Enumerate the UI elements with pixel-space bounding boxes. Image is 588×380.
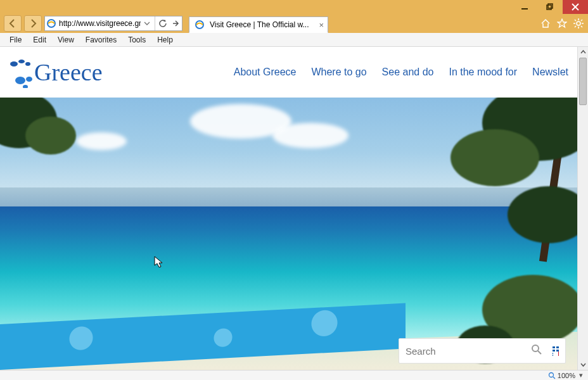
scroll-up-button[interactable] <box>578 47 588 58</box>
scroll-track[interactable] <box>578 58 588 359</box>
search-input[interactable] <box>406 346 526 357</box>
arrow-right-icon <box>28 18 38 28</box>
nav-about-greece[interactable]: About Greece <box>234 66 297 78</box>
window-restore-button[interactable] <box>537 0 563 14</box>
restore-icon <box>546 3 554 11</box>
favorites-button[interactable] <box>556 18 568 29</box>
site-logo[interactable]: Greece <box>9 56 103 88</box>
menu-view[interactable]: View <box>52 34 80 46</box>
status-bar: 100% ▾ <box>0 370 588 380</box>
menu-tools[interactable]: Tools <box>122 34 151 46</box>
svg-line-25 <box>553 377 555 379</box>
menu-file[interactable]: File <box>4 34 27 46</box>
refresh-icon <box>158 19 167 28</box>
nav-newsletter[interactable]: Newslet <box>532 66 568 78</box>
svg-line-15 <box>581 20 582 21</box>
primary-nav: About Greece Where to go See and do In t… <box>234 66 568 78</box>
menu-edit[interactable]: Edit <box>27 34 52 46</box>
ie-favicon-icon <box>46 18 56 28</box>
svg-point-18 <box>25 62 30 66</box>
zoom-indicator[interactable]: 100% <box>548 372 575 379</box>
nav-in-the-mood-for[interactable]: In the mood for <box>449 66 517 78</box>
content-viewport: Greece About Greece Where to go See and … <box>0 47 588 370</box>
window-titlebar <box>0 0 588 14</box>
browser-menubar: File Edit View Favorites Tools Help <box>0 33 588 47</box>
gear-icon <box>573 18 584 28</box>
tools-button[interactable] <box>573 18 584 29</box>
browser-toolbar: http://www.visitgreece.gr/ Visit Greece … <box>0 14 588 33</box>
scroll-down-button[interactable] <box>578 359 588 370</box>
browser-tab-active[interactable]: Visit Greece | The Official w... × <box>189 16 328 33</box>
logo-text: Greece <box>34 58 103 86</box>
scroll-thumb[interactable] <box>579 58 587 105</box>
minimize-icon <box>521 3 528 11</box>
svg-rect-2 <box>548 4 553 8</box>
tab-close-button[interactable]: × <box>319 20 324 30</box>
svg-point-20 <box>26 77 32 82</box>
url-text[interactable]: http://www.visitgreece.gr/ <box>58 19 141 28</box>
window-close-button[interactable] <box>563 0 588 14</box>
nav-see-and-do[interactable]: See and do <box>382 66 434 78</box>
tab-title: Visit Greece | The Official w... <box>210 20 309 29</box>
svg-point-17 <box>18 60 25 63</box>
svg-line-14 <box>575 26 576 27</box>
svg-point-21 <box>23 85 28 88</box>
svg-point-7 <box>577 22 580 25</box>
search-panel <box>399 338 566 364</box>
close-icon <box>572 3 579 11</box>
webpage: Greece About Greece Where to go See and … <box>0 47 577 370</box>
arrow-left-icon <box>8 18 18 28</box>
window-minimize-button[interactable] <box>512 0 537 14</box>
home-button[interactable] <box>540 18 551 29</box>
menu-favorites[interactable]: Favorites <box>80 34 122 46</box>
svg-point-16 <box>10 61 18 66</box>
forward-button[interactable] <box>24 15 42 32</box>
star-icon <box>557 18 567 28</box>
back-button[interactable] <box>4 15 22 32</box>
svg-point-22 <box>532 345 539 352</box>
nav-where-to-go[interactable]: Where to go <box>311 66 366 78</box>
svg-point-24 <box>549 372 553 377</box>
chevron-up-icon <box>580 49 586 55</box>
ie-favicon-icon <box>195 20 205 30</box>
lock-dropdown-icon[interactable] <box>142 18 152 28</box>
search-icon <box>531 344 542 355</box>
lang-flag-greece[interactable] <box>553 346 553 356</box>
chevron-down-icon <box>580 362 586 367</box>
site-header: Greece About Greece Where to go See and … <box>0 47 577 98</box>
zoom-level-text: 100% <box>558 372 575 379</box>
menu-help[interactable]: Help <box>151 34 179 46</box>
vertical-scrollbar[interactable] <box>577 47 588 370</box>
svg-line-13 <box>581 26 582 27</box>
browser-tools-cluster <box>540 18 584 29</box>
mouse-cursor-icon <box>154 256 164 269</box>
search-button[interactable] <box>531 344 542 358</box>
home-icon <box>540 18 551 28</box>
svg-line-23 <box>538 351 541 354</box>
zoom-dropdown[interactable]: ▾ <box>579 371 583 379</box>
magnifier-icon <box>548 372 556 379</box>
refresh-button[interactable] <box>158 18 168 28</box>
go-button[interactable] <box>170 18 181 28</box>
svg-line-12 <box>575 20 576 21</box>
svg-rect-1 <box>547 5 551 10</box>
address-bar[interactable]: http://www.visitgreece.gr/ <box>44 16 182 31</box>
hero-image <box>0 98 577 370</box>
arrow-right-icon <box>172 20 179 27</box>
logo-mark-icon <box>9 56 34 88</box>
svg-point-19 <box>15 77 25 84</box>
